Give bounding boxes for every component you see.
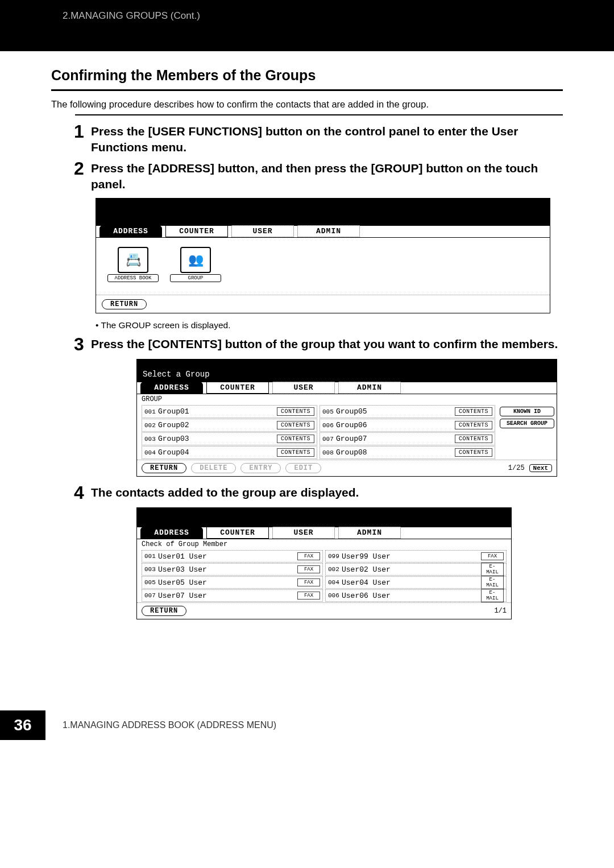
known-id-button[interactable]: KNOWN ID [500, 407, 554, 416]
section-title: Confirming the Members of the Groups [51, 67, 563, 84]
contents-button[interactable]: CONTENTS [455, 407, 492, 416]
group-row[interactable]: 006Group06CONTENTS [320, 419, 495, 432]
page-indicator: 1/25 [508, 464, 525, 472]
step-number: 3 [74, 335, 91, 353]
contact-type: E-MAIL [481, 589, 504, 602]
tab-counter[interactable]: COUNTER [165, 225, 228, 237]
screenshot-address-group: ADDRESS COUNTER USER ADMIN 📇 ADDRESS BOO… [96, 198, 550, 313]
contents-button[interactable]: CONTENTS [455, 421, 492, 429]
contact-type: FAX [297, 565, 320, 573]
step-text: Press the [USER FUNCTIONS] button on the… [91, 122, 563, 156]
step-text: Press the [ADDRESS] button, and then pre… [91, 159, 563, 193]
contents-button[interactable]: CONTENTS [455, 435, 492, 443]
group-row[interactable]: 003Group03CONTENTS [142, 432, 317, 445]
step-2: 2 Press the [ADDRESS] button, and then p… [74, 159, 563, 193]
group-row[interactable]: 008Group08CONTENTS [320, 446, 495, 459]
tab-user[interactable]: USER [231, 225, 294, 237]
member-row: 004User04 UserE-MAIL [325, 576, 507, 589]
group-row[interactable]: 005Group05CONTENTS [320, 405, 495, 418]
return-button[interactable]: RETURN [102, 299, 147, 309]
step-text: Press the [CONTENTS] button of the group… [91, 335, 558, 353]
group-row[interactable]: 007Group07CONTENTS [320, 432, 495, 445]
group-header-label: GROUP [137, 394, 557, 404]
address-book-icon: 📇 [118, 247, 148, 273]
tab-address[interactable]: ADDRESS [99, 225, 162, 237]
contact-type: FAX [481, 552, 504, 560]
contact-type: FAX [297, 578, 320, 586]
member-row: 006User06 UserE-MAIL [325, 589, 507, 602]
group-button[interactable]: 👥 GROUP [170, 247, 221, 286]
step-1: 1 Press the [USER FUNCTIONS] button on t… [74, 122, 563, 156]
screenshot-group-members: ADDRESS COUNTER USER ADMIN Check of Grou… [136, 507, 512, 619]
tab-bar: ADDRESS COUNTER USER ADMIN [137, 382, 557, 394]
search-group-button[interactable]: SEARCH GROUP [500, 419, 554, 428]
group-row[interactable]: 002Group02CONTENTS [142, 419, 317, 432]
step-text: The contacts added to the group are disp… [91, 483, 359, 502]
contact-type: E-MAIL [481, 563, 504, 576]
delete-button[interactable]: DELETE [191, 463, 236, 473]
contents-button[interactable]: CONTENTS [277, 407, 314, 416]
contact-type: E-MAIL [481, 576, 504, 589]
tab-bar: ADDRESS COUNTER USER ADMIN [137, 527, 511, 539]
breadcrumb: 2.MANAGING GROUPS (Cont.) [63, 10, 200, 22]
footer-text: 1.MANAGING ADDRESS BOOK (ADDRESS MENU) [63, 720, 276, 730]
contact-type: FAX [297, 552, 320, 560]
next-button[interactable]: Next [529, 464, 552, 472]
screenshot-select-group: Select a Group ADDRESS COUNTER USER ADMI… [136, 359, 557, 477]
tab-counter[interactable]: COUNTER [206, 527, 269, 539]
contents-button[interactable]: CONTENTS [277, 421, 314, 429]
page-number: 36 [0, 710, 45, 740]
tab-user[interactable]: USER [272, 527, 335, 539]
step-4: 4 The contacts added to the group are di… [74, 483, 563, 502]
member-row: 002User02 UserE-MAIL [325, 563, 507, 576]
step-number: 4 [74, 483, 91, 502]
member-row: 003User03 UserFAX [142, 563, 323, 576]
divider [75, 114, 563, 115]
step-3: 3 Press the [CONTENTS] button of the gro… [74, 335, 563, 353]
intro-text: The following procedure describes how to… [51, 99, 563, 110]
member-row: 007User07 UserFAX [142, 589, 323, 602]
step-number: 1 [74, 122, 91, 156]
step-number: 2 [74, 159, 91, 193]
member-row: 005User05 UserFAX [142, 576, 323, 589]
entry-button[interactable]: ENTRY [240, 463, 281, 473]
address-book-label: ADDRESS BOOK [107, 274, 159, 282]
tab-bar: ADDRESS COUNTER USER ADMIN [96, 226, 550, 238]
screenshot-title: Select a Group [137, 359, 557, 382]
tab-counter[interactable]: COUNTER [206, 382, 269, 394]
member-header-label: Check of Group Member [137, 539, 511, 549]
return-button[interactable]: RETURN [142, 606, 186, 616]
step-2-note: The GROUP screen is displayed. [96, 320, 563, 330]
divider [51, 89, 563, 91]
member-row: 001User01 UserFAX [142, 550, 323, 563]
tab-user[interactable]: USER [272, 382, 335, 394]
tab-admin[interactable]: ADMIN [338, 382, 401, 394]
screenshot-titlebar [137, 508, 511, 527]
page-indicator: 1/1 [494, 607, 507, 615]
tab-address[interactable]: ADDRESS [140, 382, 203, 394]
return-button[interactable]: RETURN [142, 463, 186, 473]
tab-address[interactable]: ADDRESS [140, 527, 203, 539]
contents-button[interactable]: CONTENTS [455, 448, 492, 457]
member-row: 099User99 UserFAX [325, 550, 507, 563]
group-row[interactable]: 004Group04CONTENTS [142, 446, 317, 459]
group-icon: 👥 [180, 247, 211, 273]
group-row[interactable]: 001Group01CONTENTS [142, 405, 317, 418]
contents-button[interactable]: CONTENTS [277, 435, 314, 443]
contact-type: FAX [297, 592, 320, 600]
tab-admin[interactable]: ADMIN [338, 527, 401, 539]
contents-button[interactable]: CONTENTS [277, 448, 314, 457]
group-label: GROUP [170, 274, 221, 282]
screenshot-titlebar [96, 199, 550, 226]
address-book-button[interactable]: 📇 ADDRESS BOOK [107, 247, 159, 286]
page-footer: 36 1.MANAGING ADDRESS BOOK (ADDRESS MENU… [0, 710, 614, 740]
tab-admin[interactable]: ADMIN [297, 225, 360, 237]
edit-button[interactable]: EDIT [285, 463, 321, 473]
